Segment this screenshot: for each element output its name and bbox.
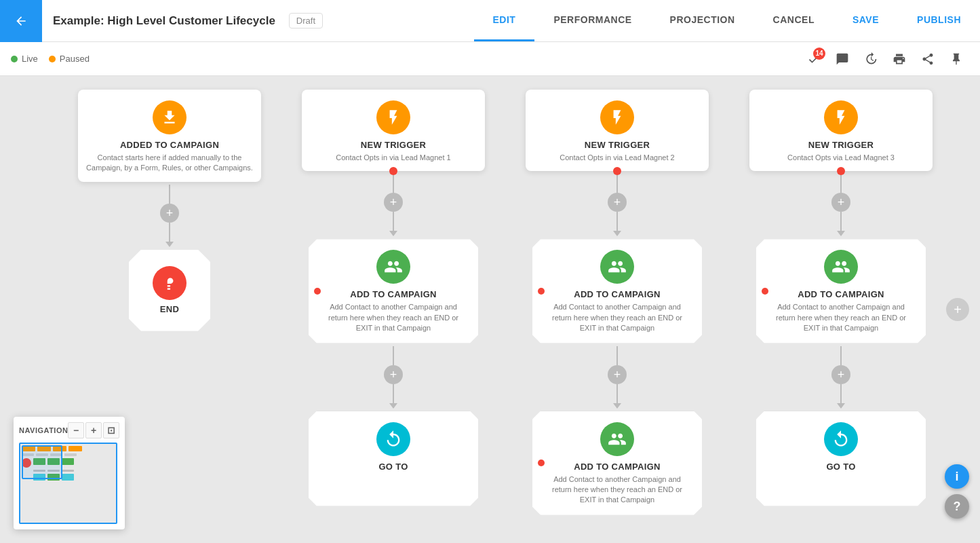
info-button[interactable]: i: [945, 464, 969, 489]
history-button[interactable]: [858, 46, 884, 72]
line: [616, 174, 618, 193]
paused-dot: [49, 56, 56, 62]
add-campaign-icon-2a: [376, 250, 410, 284]
trigger-card-2[interactable]: NEW TRIGGER Contact Opts in via Lead Mag…: [302, 90, 485, 171]
connector-4b: +: [831, 346, 850, 409]
back-button[interactable]: [0, 0, 42, 42]
paused-label: Paused: [60, 54, 90, 64]
help-button[interactable]: ?: [945, 494, 969, 519]
tab-edit[interactable]: EDIT: [474, 0, 535, 41]
add-column-button[interactable]: +: [946, 298, 969, 321]
action-title-3a: ADD TO CAMPAIGN: [574, 289, 661, 299]
add-step-btn-2a[interactable]: +: [384, 193, 403, 212]
nav-panel-controls: − + ⊡: [68, 422, 119, 438]
live-dot: [11, 56, 18, 62]
nav-panel-title: NAVIGATION: [19, 426, 68, 434]
trigger-card-4[interactable]: NEW TRIGGER Contact Opts via Lead Magnet…: [749, 90, 933, 171]
line: [393, 174, 394, 193]
save-button[interactable]: SAVE: [834, 0, 898, 41]
trigger-card-3[interactable]: NEW TRIGGER Contact Opts in via Lead Mag…: [526, 90, 709, 171]
cancel-button[interactable]: CANCEL: [754, 0, 834, 41]
action-card-3a[interactable]: ADD TO CAMPAIGN Add Contact to another C…: [532, 239, 702, 343]
add-campaign-icon-3a: [600, 250, 634, 284]
action-desc-2a: Add Contact to another Campaign and retu…: [319, 302, 467, 333]
zoom-in-button[interactable]: +: [85, 422, 102, 438]
arrow: [613, 231, 621, 236]
add-step-btn-4b[interactable]: +: [831, 365, 850, 384]
trigger-title-4: NEW TRIGGER: [808, 140, 874, 150]
arrow: [837, 403, 845, 409]
line: [393, 346, 394, 365]
trigger-desc-4: Contact Opts via Lead Magnet 3: [787, 153, 895, 163]
connector-4a: +: [831, 174, 850, 236]
status-area: Live Paused: [11, 54, 90, 64]
added-campaign-icon: [153, 100, 187, 134]
action-title-3b: ADD TO CAMPAIGN: [574, 462, 661, 472]
line: [616, 384, 618, 403]
goto-icon-4b: [824, 422, 858, 456]
action-card-4b[interactable]: GO TO: [756, 411, 926, 506]
share-button[interactable]: [915, 46, 941, 72]
end-label: END: [160, 304, 179, 314]
canvas: ADDED TO CAMPAIGN Contact starts here if…: [0, 76, 980, 543]
tab-performance[interactable]: PERFORMANCE: [534, 0, 650, 41]
tab-projection[interactable]: PROJECTION: [651, 0, 754, 41]
line: [393, 384, 394, 403]
flow-area: ADDED TO CAMPAIGN Contact starts here if…: [0, 76, 980, 543]
goto-icon-2b: [376, 422, 410, 456]
add-step-btn-3b[interactable]: +: [608, 365, 627, 384]
action-title-4a: ADD TO CAMPAIGN: [798, 289, 884, 299]
trigger-title-1: ADDED TO CAMPAIGN: [120, 140, 219, 150]
end-card-1[interactable]: END: [129, 250, 210, 331]
action-card-2a[interactable]: ADD TO CAMPAIGN Add Contact to another C…: [309, 239, 478, 343]
toolbar-row: Live Paused 14: [0, 42, 980, 76]
trigger-title-3: NEW TRIGGER: [585, 140, 650, 150]
flow-column-4: NEW TRIGGER Contact Opts via Lead Magnet…: [739, 90, 943, 529]
end-icon: [153, 266, 187, 300]
publish-button[interactable]: PUBLISH: [898, 0, 980, 41]
line: [840, 212, 842, 231]
live-status: Live: [11, 54, 38, 64]
tasks-button[interactable]: 14: [801, 46, 827, 72]
add-campaign-icon-4a: [824, 250, 858, 284]
trigger-lightning-icon-4: [824, 100, 858, 134]
goto-title-2b: GO TO: [378, 462, 408, 472]
arrow: [837, 231, 845, 236]
connector-3a: +: [608, 174, 627, 236]
pin-button[interactable]: [943, 46, 969, 72]
trigger-desc-1: Contact starts here if added manually to…: [86, 153, 253, 174]
draft-badge: Draft: [289, 13, 323, 29]
connector-2b: +: [384, 346, 403, 409]
action-card-2b[interactable]: GO TO: [309, 411, 478, 506]
trigger-desc-2: Contact Opts in via Lead Magnet 1: [336, 153, 450, 163]
arrow: [613, 403, 621, 409]
print-button[interactable]: [886, 46, 912, 72]
line: [616, 346, 618, 365]
action-card-4a[interactable]: ADD TO CAMPAIGN Add Contact to another C…: [756, 239, 926, 343]
nav-tabs: EDIT PERFORMANCE PROJECTION CANCEL SAVE …: [474, 0, 980, 41]
trigger-lightning-icon-3: [600, 100, 634, 134]
add-step-btn-2b[interactable]: +: [384, 365, 403, 384]
minimap: [19, 443, 117, 524]
action-dot-4a: [762, 288, 768, 295]
zoom-out-button[interactable]: −: [68, 422, 84, 438]
action-dot-3b: [538, 460, 545, 466]
trigger-card-1[interactable]: ADDED TO CAMPAIGN Contact starts here if…: [78, 90, 261, 182]
line: [840, 174, 842, 193]
goto-title-4b: GO TO: [826, 462, 855, 472]
add-step-btn-4a[interactable]: +: [831, 193, 850, 212]
workflow-title: Example: High Level Customer Lifecycle: [42, 14, 286, 28]
trigger-lightning-icon-2: [376, 100, 410, 134]
fit-button[interactable]: ⊡: [103, 422, 119, 438]
messages-button[interactable]: [829, 46, 855, 72]
connector-1a: +: [160, 185, 179, 247]
connector-3b: +: [608, 346, 627, 409]
action-desc-4a: Add Contact to another Campaign and retu…: [767, 302, 915, 333]
line: [840, 346, 842, 365]
toolbar-icons: 14: [801, 46, 969, 72]
add-step-btn-3a[interactable]: +: [608, 193, 627, 212]
add-campaign-icon-3b: [600, 422, 634, 456]
add-step-btn-1a[interactable]: +: [160, 204, 179, 223]
minimap-viewport[interactable]: [22, 445, 62, 479]
action-card-3b[interactable]: ADD TO CAMPAIGN Add Contact to another C…: [532, 411, 702, 515]
